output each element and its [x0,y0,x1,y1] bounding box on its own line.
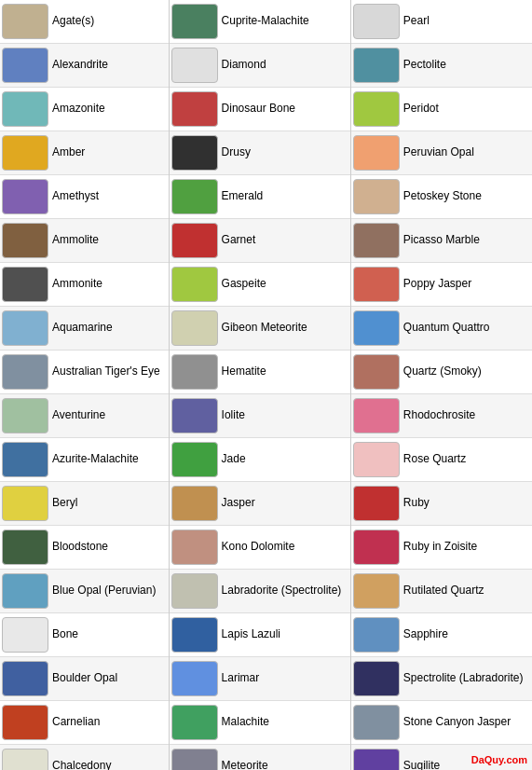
gem-cell: Rose Quartz [350,438,532,482]
gem-image [2,705,48,740]
gem-name: Aquamarine [52,321,113,336]
gem-cell: Gibeon Meteorite [169,307,350,351]
gem-image [353,398,400,433]
gem-image [2,4,48,39]
gem-image [353,661,400,696]
gem-image [353,223,400,258]
gem-cell: Aquamarine [0,307,169,351]
gem-image [2,529,48,565]
gem-cell: Rutilated Quartz [350,570,532,613]
gem-cell: Ruby in Zoisite [350,526,532,570]
gem-name: Ruby [403,496,430,511]
gem-image [2,573,48,609]
gem-cell: Bloodstone [0,526,169,570]
gem-cell: Malachite [169,701,350,745]
gem-cell: Peridot [350,88,532,131]
gem-name: Sapphire [403,627,448,642]
gem-name: Australian Tiger's Eye [52,364,160,379]
gem-image [2,223,48,258]
gem-image [353,179,400,214]
gem-cell: Emerald [169,175,350,219]
gem-name: Garnet [222,233,256,248]
gem-cell: Quartz (Smoky) [350,351,532,394]
gem-cell: Stone Canyon Jasper [350,701,532,745]
gem-name: Spectrolite (Labradorite) [403,671,524,686]
gem-name: Iolite [222,408,245,423]
gem-cell: Peruvian Opal [350,131,532,175]
gem-name: Amethyst [52,189,99,204]
gem-image [353,749,400,770]
gem-name: Sugilite [403,759,440,770]
gem-cell: Gaspeite [169,263,350,307]
gem-name: Kono Dolomite [222,540,295,555]
gem-cell: Larimar [169,657,350,701]
gem-image [2,310,48,346]
gem-cell: Australian Tiger's Eye [0,351,169,394]
gem-name: Azurite-Malachite [52,452,139,467]
gem-name: Blue Opal (Peruvian) [52,584,156,598]
gem-name: Jasper [222,496,255,511]
gem-name: Gibeon Meteorite [222,321,307,336]
gem-cell: Diamond [169,44,350,88]
gem-cell: Hematite [169,351,350,394]
gem-image [353,442,400,477]
gem-image [171,398,218,433]
gem-cell: Carnelian [0,701,169,745]
gem-cell: Boulder Opal [0,657,169,701]
gem-cell: Rhodochrosite [350,394,532,438]
gem-image [171,529,218,565]
gem-cell: Pectolite [350,44,532,88]
gem-cell: Beryl [0,482,169,526]
gem-name: Quantum Quattro [403,321,490,336]
gem-name: Beryl [52,496,77,511]
gem-name: Hematite [222,364,266,379]
gem-name: Agate(s) [52,14,94,29]
gem-name: Labradorite (Spectrolite) [222,584,342,598]
gem-name: Lapis Lazuli [222,627,280,642]
gem-image [171,223,218,258]
gem-cell: Dinosaur Bone [169,88,350,131]
gem-name: Picasso Marble [403,233,480,248]
gem-image [171,48,218,83]
gem-cell: Sapphire [350,613,532,657]
gem-cell: Amazonite [0,88,169,131]
gem-image [353,91,400,127]
gem-cell: Jasper [169,482,350,526]
gem-name: Amazonite [52,102,105,117]
gem-cell: Lapis Lazuli [169,613,350,657]
gem-image [353,617,400,653]
gem-cell: Spectrolite (Labradorite) [350,657,532,701]
gem-cell: Azurite-Malachite [0,438,169,482]
gem-cell: Amethyst [0,175,169,219]
gem-name: Bloodstone [52,540,108,555]
gem-image [353,529,400,565]
gem-image [171,179,218,214]
gem-image [353,705,400,740]
gem-name: Malachite [222,715,269,730]
gem-cell: Labradorite (Spectrolite) [169,570,350,613]
gem-cell: Picasso Marble [350,219,532,263]
gem-image [353,4,400,39]
gem-name: Peruvian Opal [403,145,474,160]
gem-image [2,398,48,433]
gem-image [171,442,218,477]
gem-name: Cuprite-Malachite [222,14,309,29]
gem-image [171,310,218,346]
gem-cell: Chalcedony [0,745,169,771]
gem-cell: Sugilite [350,745,532,771]
gem-cell: Ammolite [0,219,169,263]
gem-name: Stone Canyon Jasper [403,715,511,730]
gem-image [2,486,48,521]
gem-name: Poppy Jasper [403,277,471,292]
gem-name: Pearl [403,14,430,29]
gem-image [353,573,400,609]
gem-image [2,749,48,770]
gem-name: Drusy [222,145,251,160]
gem-cell: Amber [0,131,169,175]
gem-cell: Cuprite-Malachite [169,0,350,44]
gem-image [353,48,400,83]
gem-name: Rose Quartz [403,452,466,467]
gem-name: Meteorite [222,759,268,770]
gem-name: Rutilated Quartz [403,584,484,598]
gem-cell: Jade [169,438,350,482]
